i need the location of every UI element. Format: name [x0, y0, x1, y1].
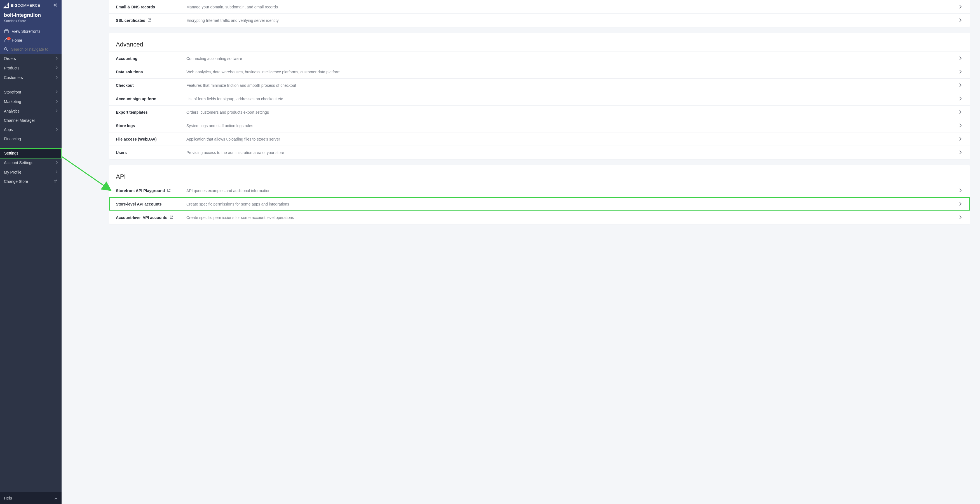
settings-row-label: Export templates — [116, 110, 186, 115]
chevron-double-left-icon — [53, 3, 58, 7]
svg-rect-0 — [6, 5, 8, 6]
chevron-right-icon — [56, 75, 58, 80]
nav-item-storefront[interactable]: Storefront — [0, 87, 62, 97]
chevron-right-icon — [957, 96, 963, 102]
chevron-right-icon — [957, 82, 963, 88]
settings-row-store-level-api-accounts[interactable]: Store-level API accountsCreate specific … — [109, 197, 970, 211]
view-storefronts-link[interactable]: View Storefronts — [0, 27, 62, 36]
settings-row-account-level-api-accounts[interactable]: Account-level API accountsCreate specifi… — [109, 211, 970, 224]
external-link-icon — [170, 215, 173, 220]
settings-section-advanced: AdvancedAccountingConnecting accounting … — [109, 33, 970, 159]
nav-item-label: My Profile — [4, 170, 56, 174]
nav-item-label: Apps — [4, 128, 56, 132]
settings-row-label: Account sign up form — [116, 97, 186, 101]
nav-item-account-settings[interactable]: Account Settings — [0, 158, 62, 167]
settings-row-label: Accounting — [116, 56, 186, 61]
settings-row-label: Store logs — [116, 123, 186, 128]
settings-row-ssl-certificates[interactable]: SSL certificatesEncrypting Internet traf… — [109, 13, 970, 27]
settings-row-label: SSL certificates — [116, 18, 186, 23]
nav-item-change-store[interactable]: Change Store — [0, 177, 62, 186]
sidebar-search[interactable] — [0, 45, 62, 54]
settings-row-description: Orders, customers and products export se… — [186, 110, 957, 115]
settings-row-label: Email & DNS records — [116, 5, 186, 9]
settings-row-label: Account-level API accounts — [116, 215, 186, 220]
section-title: API — [109, 165, 970, 184]
brand-text-1: BIG — [11, 3, 18, 8]
settings-row-email-dns-records[interactable]: Email & DNS recordsManage your domain, s… — [109, 0, 970, 13]
nav-item-products[interactable]: Products — [0, 63, 62, 73]
store-selector[interactable]: bolt-integration Sandbox Store — [0, 10, 62, 27]
chevron-right-icon — [957, 214, 963, 221]
nav-item-channel-manager[interactable]: Channel Manager — [0, 116, 62, 125]
settings-row-label: File access (WebDAV) — [116, 137, 186, 141]
settings-row-description: System logs and staff action logs rules — [186, 123, 957, 128]
home-link[interactable]: 1 Home — [0, 36, 62, 45]
chevron-right-icon — [56, 127, 58, 132]
settings-row-description: API queries examples and additional info… — [186, 188, 957, 193]
settings-row-description: Connecting accounting software — [186, 56, 957, 61]
settings-row-data-solutions[interactable]: Data solutionsWeb analytics, data wareho… — [109, 65, 970, 78]
sidebar-header: BIGCOMMERCE bolt-integration Sandbox Sto… — [0, 0, 62, 54]
nav-item-label: Products — [4, 66, 56, 70]
chevron-up-icon — [54, 496, 58, 501]
search-input[interactable] — [11, 47, 58, 51]
nav-item-label: Channel Manager — [4, 118, 58, 123]
primary-nav: OrdersProductsCustomersStorefrontMarketi… — [0, 54, 62, 492]
chevron-right-icon — [957, 136, 963, 142]
nav-item-marketing[interactable]: Marketing — [0, 97, 62, 107]
settings-row-label: Store-level API accounts — [116, 202, 186, 206]
chevron-right-icon — [56, 170, 58, 175]
settings-row-description: Encrypting Internet traffic and verifyin… — [186, 18, 957, 23]
home-label: Home — [12, 38, 22, 43]
external-link-icon — [148, 18, 151, 23]
settings-row-checkout[interactable]: CheckoutFeatures that minimize friction … — [109, 78, 970, 92]
settings-row-account-sign-up-form[interactable]: Account sign up formList of form fields … — [109, 92, 970, 105]
nav-item-label: Orders — [4, 56, 56, 61]
nav-item-orders[interactable]: Orders — [0, 54, 62, 63]
svg-line-7 — [171, 216, 173, 217]
search-icon — [4, 47, 8, 51]
settings-row-description: Application that allows uploading files … — [186, 137, 957, 141]
settings-row-label: Users — [116, 150, 186, 155]
svg-point-3 — [5, 48, 7, 50]
store-name: bolt-integration — [4, 12, 58, 19]
settings-row-description: Features that minimize friction and smoo… — [186, 83, 957, 88]
nav-item-financing[interactable]: Financing — [0, 134, 62, 144]
settings-row-users[interactable]: UsersProviding access to the administrat… — [109, 145, 970, 159]
settings-row-label: Data solutions — [116, 70, 186, 74]
nav-item-label: Marketing — [4, 99, 56, 104]
nav-item-settings[interactable]: Settings — [0, 148, 62, 158]
settings-row-storefront-api-playground[interactable]: Storefront API PlaygroundAPI queries exa… — [109, 184, 970, 197]
nav-item-label: Account Settings — [4, 160, 56, 165]
chevron-right-icon — [957, 201, 963, 207]
svg-rect-1 — [6, 6, 8, 7]
help-link[interactable]: Help — [0, 492, 62, 504]
chevron-right-icon — [957, 4, 963, 10]
chevron-right-icon — [56, 108, 58, 114]
settings-section-api: APIStorefront API PlaygroundAPI queries … — [109, 165, 970, 224]
settings-row-label: Storefront API Playground — [116, 188, 186, 193]
nav-item-analytics[interactable]: Analytics — [0, 107, 62, 116]
nav-item-label: Customers — [4, 75, 56, 80]
settings-row-export-templates[interactable]: Export templatesOrders, customers and pr… — [109, 105, 970, 119]
nav-item-customers[interactable]: Customers — [0, 73, 62, 82]
settings-row-file-access-webdav-[interactable]: File access (WebDAV)Application that all… — [109, 132, 970, 145]
chevron-right-icon — [957, 149, 963, 156]
help-label: Help — [4, 496, 12, 500]
settings-row-description: List of form fields for signup, addresse… — [186, 97, 957, 101]
settings-row-store-logs[interactable]: Store logsSystem logs and staff action l… — [109, 119, 970, 132]
chevron-right-icon — [957, 187, 963, 194]
nav-item-apps[interactable]: Apps — [0, 125, 62, 134]
nav-item-label: Change Store — [4, 179, 54, 184]
collapse-sidebar-button[interactable] — [53, 3, 58, 8]
home-icon: 1 — [4, 38, 9, 42]
settings-row-accounting[interactable]: AccountingConnecting accounting software — [109, 51, 970, 65]
settings-row-description: Manage your domain, subdomain, and email… — [186, 5, 957, 9]
svg-rect-2 — [5, 30, 8, 33]
chevron-right-icon — [957, 109, 963, 115]
chevron-right-icon — [56, 65, 58, 70]
nav-item-label: Analytics — [4, 109, 56, 113]
nav-item-my-profile[interactable]: My Profile — [0, 167, 62, 177]
settings-row-label: Checkout — [116, 83, 186, 88]
main-content: Email & DNS recordsManage your domain, s… — [62, 0, 980, 504]
